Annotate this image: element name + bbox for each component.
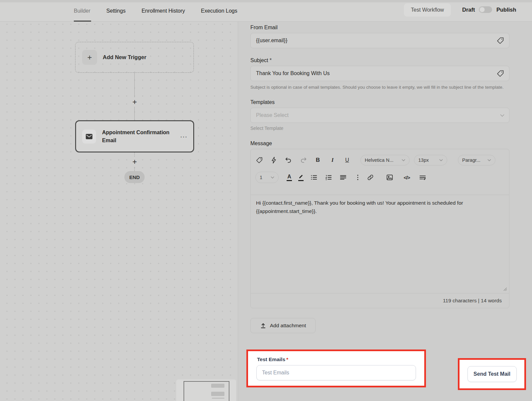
tab-builder[interactable]: Builder [74, 8, 90, 14]
font-family-dropdown[interactable]: Helvetica N... [360, 155, 410, 165]
templates-helper-text: Select Template [250, 126, 509, 131]
test-workflow-button[interactable]: Test Workflow [404, 3, 451, 17]
lightning-icon[interactable] [270, 156, 278, 164]
templates-placeholder: Please Select [256, 112, 289, 118]
tab-enrollment-history[interactable]: Enrollment History [142, 8, 185, 14]
templates-label: Templates [250, 99, 509, 105]
editor-toolbar: B I U Helvetica N... 13px Paragr... [251, 149, 509, 195]
subject-label: Subject * [250, 57, 509, 63]
numbered-list-icon[interactable] [325, 173, 332, 181]
nav-tabs: Builder Settings Enrollment History Exec… [74, 8, 237, 14]
code-icon[interactable]: </> [404, 175, 410, 180]
subject-field-wrap [250, 66, 509, 81]
document-illustration [176, 379, 236, 401]
undo-icon[interactable] [285, 156, 293, 164]
node-menu-ellipsis-icon[interactable]: ⋯ [180, 133, 188, 141]
email-icon [82, 130, 96, 144]
send-test-mail-highlight-box: Send Test Mail [458, 358, 526, 390]
active-tab-indicator [74, 21, 91, 22]
upload-icon [260, 323, 266, 329]
message-editor: B I U Helvetica N... 13px Paragr... [250, 149, 509, 308]
top-navbar: Builder Settings Enrollment History Exec… [0, 0, 532, 22]
toggle-knob [479, 7, 485, 12]
test-emails-label: Test Emails* [257, 356, 288, 362]
test-emails-input[interactable] [256, 365, 416, 380]
bullet-list-icon[interactable] [310, 173, 318, 181]
align-justify-icon[interactable] [339, 173, 347, 181]
link-icon[interactable] [366, 173, 374, 181]
message-label: Message [250, 140, 509, 147]
templates-select[interactable]: Please Select [250, 108, 509, 123]
message-body[interactable]: Hi {{contact.first_name}}, Thank you for… [251, 195, 509, 293]
workflow-canvas[interactable]: + Add New Trigger + Appointment Confirma… [0, 22, 238, 401]
tab-settings[interactable]: Settings [106, 8, 126, 14]
send-test-mail-button[interactable]: Send Test Mail [467, 366, 517, 382]
window-top-strip [0, 0, 532, 2]
add-new-trigger-button[interactable]: + Add New Trigger [75, 42, 194, 73]
line-height-dropdown[interactable]: 1 [255, 172, 279, 183]
publish-toggle[interactable] [479, 6, 492, 13]
trigger-label: Add New Trigger [103, 54, 146, 60]
workflow-node-email[interactable]: Appointment Confirmation Email ⋯ [75, 120, 194, 152]
workflow-builder-app: Builder Settings Enrollment History Exec… [0, 0, 532, 401]
add-step-button[interactable]: + [130, 157, 139, 166]
tag-icon[interactable] [496, 37, 504, 45]
document-illustration-page [184, 381, 229, 401]
from-email-label: From Email [250, 24, 509, 31]
text-wrap-icon[interactable] [419, 173, 427, 181]
node-title: Appointment Confirmation Email [102, 129, 175, 145]
add-step-button[interactable]: + [130, 97, 139, 107]
chevron-down-icon [402, 159, 405, 161]
subject-input[interactable] [256, 70, 496, 76]
required-mark: * [270, 57, 272, 63]
italic-button[interactable]: I [329, 156, 336, 164]
test-emails-highlight-box: Test Emails* [246, 350, 426, 387]
more-options-icon[interactable] [354, 173, 362, 181]
from-email-input[interactable] [256, 38, 496, 44]
end-badge: END [124, 171, 145, 183]
resize-handle[interactable] [502, 286, 507, 291]
editor-footer: 119 characters | 14 words [251, 293, 509, 308]
chevron-down-icon [439, 159, 443, 161]
tag-icon[interactable] [496, 69, 504, 77]
draft-label: Draft [462, 7, 475, 13]
plus-icon: + [82, 50, 97, 65]
subject-helper-text: Subject is optional in case of email tem… [250, 84, 506, 91]
redo-icon[interactable] [299, 156, 307, 164]
message-text: Hi {{contact.first_name}}, Thank you for… [256, 199, 502, 215]
bold-button[interactable]: B [314, 156, 322, 164]
underline-button[interactable]: U [343, 156, 351, 164]
tag-icon[interactable] [255, 156, 263, 164]
connector-line [134, 73, 135, 120]
character-count: 119 characters | 14 words [443, 298, 502, 304]
add-attachment-button[interactable]: Add attachment [250, 318, 316, 333]
font-size-dropdown[interactable]: 13px [414, 155, 447, 165]
required-mark: * [286, 356, 288, 362]
chevron-down-icon [271, 176, 274, 179]
from-email-field-wrap [250, 33, 509, 48]
tab-execution-logs[interactable]: Execution Logs [201, 8, 237, 14]
publish-label: Publish [496, 7, 516, 13]
text-color-button[interactable]: A [287, 174, 292, 181]
highlight-color-button[interactable] [298, 174, 304, 181]
chevron-down-icon [487, 159, 491, 161]
paragraph-style-dropdown[interactable]: Paragr... [458, 155, 495, 165]
chevron-down-icon [500, 114, 504, 117]
image-icon[interactable] [386, 173, 394, 181]
email-settings-panel: From Email Subject * Subject is optio [238, 22, 532, 401]
